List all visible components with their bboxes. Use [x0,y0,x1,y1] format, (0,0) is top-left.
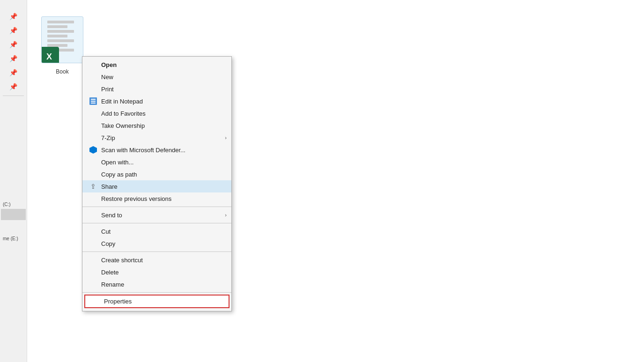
share-icon: ⇪ [88,183,98,190]
menu-item-delete[interactable]: Delete [82,266,231,278]
menu-label-cut: Cut [101,228,111,235]
menu-item-7zip[interactable]: 7-Zip › [82,132,231,144]
menu-label-send-to: Send to [101,212,122,219]
excel-line-5 [47,39,74,42]
menu-label-copy-path: Copy as path [101,171,137,178]
menu-item-rename[interactable]: Rename [82,278,231,290]
menu-item-open-with[interactable]: Open with... [82,156,231,168]
sidebar-pin-4[interactable]: 📌 [0,52,27,66]
menu-label-share: Share [101,183,118,190]
menu-label-7zip: 7-Zip [101,134,115,141]
sidebar-label-e: me (E:) [0,235,27,242]
context-menu: Open New Print Edit in Notepad Add to Fa… [82,56,232,311]
sidebar-pin-2[interactable]: 📌 [0,23,27,37]
excel-line-4 [47,35,67,37]
defender-shield-icon [89,146,97,154]
excel-line-2 [47,25,67,28]
share-icon-glyph: ⇪ [90,183,96,190]
menu-label-create-shortcut: Create shortcut [101,257,143,264]
separator-1 [82,207,231,207]
menu-item-send-to[interactable]: Send to › [82,209,231,221]
menu-label-open-with: Open with... [101,159,133,166]
send-to-arrow-icon: › [225,212,227,218]
separator-4 [82,292,231,293]
menu-label-new: New [101,74,113,81]
menu-item-open[interactable]: Open [82,59,231,71]
menu-item-print[interactable]: Print [82,83,231,95]
excel-badge: X [41,47,59,63]
notepad-icon-shape [89,97,97,105]
menu-item-create-shortcut[interactable]: Create shortcut [82,254,231,266]
excel-icon: X [39,14,86,66]
excel-line-3 [47,30,74,33]
7zip-arrow-icon: › [225,135,227,140]
menu-label-scan-defender: Scan with Microsoft Defender... [101,147,185,154]
excel-icon-background: X [41,16,83,63]
menu-item-scan-defender[interactable]: Scan with Microsoft Defender... [82,144,231,156]
defender-icon [88,146,98,154]
menu-label-add-favorites: Add to Favorites [101,110,146,117]
sidebar-divider [3,96,24,96]
separator-3 [82,251,231,252]
menu-item-new[interactable]: New [82,71,231,83]
menu-item-add-favorites[interactable]: Add to Favorites [82,107,231,119]
excel-line-1 [47,21,74,23]
menu-item-copy-path[interactable]: Copy as path [82,168,231,180]
file-label: Book [56,68,68,75]
menu-label-print: Print [101,86,114,93]
menu-label-rename: Rename [101,281,124,288]
menu-item-edit-notepad[interactable]: Edit in Notepad [82,95,231,107]
sidebar-pin-3[interactable]: 📌 [0,37,27,52]
sidebar-pin-5[interactable]: 📌 [0,66,27,80]
menu-item-take-ownership[interactable]: Take Ownership [82,119,231,132]
menu-label-open: Open [101,61,117,68]
menu-item-properties[interactable]: Properties [84,295,229,308]
menu-item-restore-versions[interactable]: Restore previous versions [82,192,231,205]
menu-item-share[interactable]: ⇪ Share [82,180,231,192]
menu-label-restore-versions: Restore previous versions [101,195,171,202]
menu-label-properties: Properties [104,298,132,305]
menu-label-copy: Copy [101,240,115,247]
menu-label-delete: Delete [101,269,119,276]
menu-label-edit-notepad: Edit in Notepad [101,98,143,105]
menu-item-copy[interactable]: Copy [82,237,231,250]
sidebar-pin-1[interactable]: 📌 [0,9,27,23]
sidebar-label-c: (C:) [0,201,27,208]
separator-2 [82,223,231,223]
sidebar: 📌 📌 📌 📌 📌 📌 (C:) me (E:) [0,0,27,362]
menu-label-take-ownership: Take Ownership [101,122,145,129]
menu-item-cut[interactable]: Cut [82,225,231,237]
notepad-icon [88,97,98,105]
sidebar-pin-6[interactable]: 📌 [0,80,27,94]
